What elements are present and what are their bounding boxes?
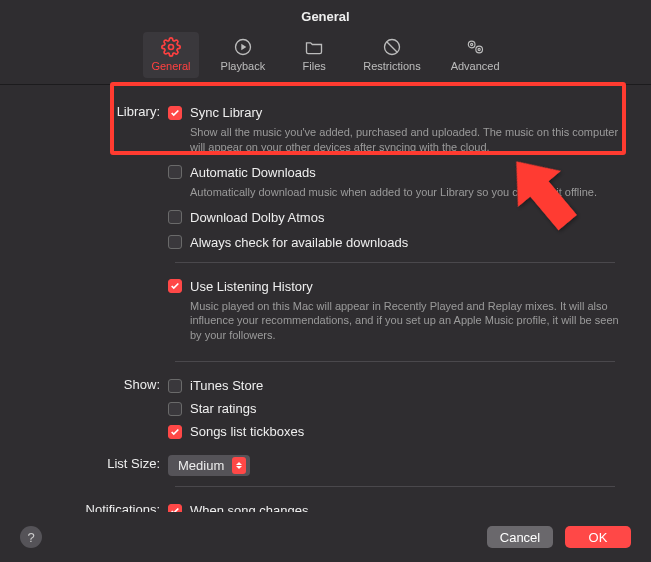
tab-label: Files <box>303 60 326 72</box>
show-section-label: Show: <box>0 376 168 392</box>
listening-history-label: Use Listening History <box>190 279 313 294</box>
listening-history-checkbox[interactable] <box>168 279 182 293</box>
folder-icon <box>303 36 325 58</box>
ok-button[interactable]: OK <box>565 526 631 548</box>
listening-history-description: Music played on this Mac will appear in … <box>168 296 623 352</box>
automatic-downloads-checkbox[interactable] <box>168 165 182 179</box>
no-entry-icon <box>381 36 403 58</box>
svg-point-5 <box>471 43 473 45</box>
dolby-atmos-label: Download Dolby Atmos <box>190 210 324 225</box>
sync-library-description: Show all the music you've added, purchas… <box>168 122 623 163</box>
window-title: General <box>0 0 651 30</box>
section-divider <box>175 262 615 263</box>
gears-icon <box>464 36 486 58</box>
sync-library-checkbox[interactable] <box>168 106 182 120</box>
tab-label: Advanced <box>451 60 500 72</box>
play-icon <box>232 36 254 58</box>
tab-files[interactable]: Files <box>287 32 341 78</box>
footer: ? Cancel OK <box>0 512 651 562</box>
toolbar: General Playback Files Restrictions Adva… <box>0 30 651 78</box>
tab-restrictions[interactable]: Restrictions <box>355 32 428 78</box>
star-ratings-label: Star ratings <box>190 401 256 416</box>
stepper-icon <box>232 457 246 474</box>
list-size-value: Medium <box>178 458 224 473</box>
svg-point-6 <box>476 46 483 53</box>
tab-label: Playback <box>221 60 266 72</box>
sync-library-label: Sync Library <box>190 105 262 120</box>
tab-general[interactable]: General <box>143 32 198 78</box>
automatic-downloads-label: Automatic Downloads <box>190 165 316 180</box>
dolby-atmos-checkbox[interactable] <box>168 210 182 224</box>
always-check-checkbox[interactable] <box>168 235 182 249</box>
library-section-label: Library: <box>0 103 168 119</box>
always-check-label: Always check for available downloads <box>190 235 408 250</box>
songs-tickboxes-label: Songs list tickboxes <box>190 424 304 439</box>
cancel-button[interactable]: Cancel <box>487 526 553 548</box>
itunes-store-label: iTunes Store <box>190 378 263 393</box>
help-button[interactable]: ? <box>20 526 42 548</box>
section-divider <box>175 486 615 487</box>
svg-line-3 <box>387 42 397 52</box>
tab-advanced[interactable]: Advanced <box>443 32 508 78</box>
svg-point-0 <box>168 45 173 50</box>
svg-point-4 <box>468 41 475 48</box>
itunes-store-checkbox[interactable] <box>168 379 182 393</box>
svg-point-7 <box>478 48 480 50</box>
section-divider <box>175 361 615 362</box>
list-size-select[interactable]: Medium <box>168 455 250 476</box>
tab-label: Restrictions <box>363 60 420 72</box>
star-ratings-checkbox[interactable] <box>168 402 182 416</box>
list-size-section-label: List Size: <box>0 455 168 471</box>
songs-tickboxes-checkbox[interactable] <box>168 425 182 439</box>
tab-playback[interactable]: Playback <box>213 32 274 78</box>
gear-icon <box>160 36 182 58</box>
tab-label: General <box>151 60 190 72</box>
automatic-downloads-description: Automatically download music when added … <box>168 182 623 208</box>
